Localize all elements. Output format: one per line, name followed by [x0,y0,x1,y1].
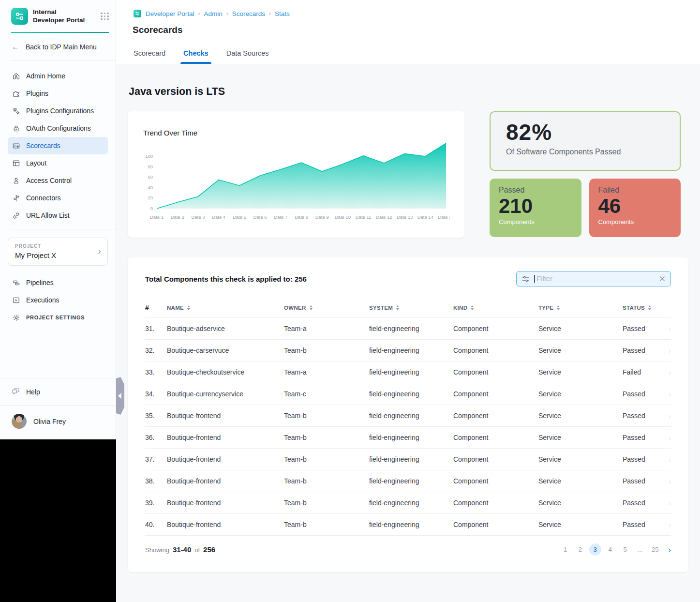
breadcrumb-link-scorecards[interactable]: Scorecards [232,10,265,17]
cell-system: field-engineering [369,325,453,332]
chevron-right-icon: › [664,412,671,420]
tab-scorecard[interactable]: Scorecard [134,49,165,64]
sidebar-item-scorecards[interactable]: Scorecards [8,137,108,154]
sidebar-item-plugins[interactable]: Plugins [8,85,108,102]
page-4[interactable]: 4 [604,543,616,556]
table-row[interactable]: 40.Boutique-frontendTeam-bfield-engineer… [145,513,671,536]
svg-text:60: 60 [148,174,153,180]
app-title: Internal Developer Portal [33,8,85,25]
sidebar-item-admin-home[interactable]: Admin Home [8,67,108,85]
cell-kind: Component [453,434,538,441]
filter-input[interactable] [537,275,655,283]
pipelines-icon [12,279,20,287]
sidebar-item-label: Scorecards [26,142,60,150]
user-name: Olivia Frey [33,418,66,425]
breadcrumb-separator: › [226,10,228,17]
table-row[interactable]: 39.Boutique-frontendTeam-bfield-engineer… [145,492,671,513]
trend-chart-card: Trend Over Time 100806040200Date 1Date 2… [128,111,464,238]
sidebar-item-url-allow-list[interactable]: URL Allow List [8,207,108,224]
sort-icon [648,305,651,310]
column-header-owner[interactable]: OWNER [284,305,369,311]
sidebar-collapse-handle[interactable] [116,377,124,415]
help-button[interactable]: Help [0,378,116,405]
passed-unit: Components [499,218,572,226]
column-header-hash[interactable]: # [145,304,167,312]
svg-text:Date 8: Date 8 [295,214,308,220]
chevron-right-icon: › [98,245,101,256]
sidebar-item-executions[interactable]: Executions [8,291,108,309]
page-25[interactable]: 25 [649,543,661,556]
sidebar-item-label: PROJECT SETTINGS [26,315,85,320]
admin-nav: Admin HomePluginsPlugins ConfigurationsO… [0,61,116,229]
close-icon[interactable] [659,275,666,282]
svg-text:Date 15: Date 15 [438,214,450,220]
sidebar-item-oauth-configurations[interactable]: OAuth Configurations [8,120,108,137]
back-label: Back to IDP Main Menu [26,43,97,51]
passed-value: 210 [499,195,572,218]
table-row[interactable]: 34.Boutique-currencyserviceTeam-cfield-e… [145,383,671,405]
sidebar-item-access-control[interactable]: Access Control [8,172,108,189]
table-row[interactable]: 37.Boutique-frontendTeam-bfield-engineer… [145,448,671,470]
sidebar-item-label: Admin Home [26,72,65,80]
cell-owner: Team-a [284,368,369,376]
table-row[interactable]: 38.Boutique-frontendTeam-bfield-engineer… [145,470,671,492]
page-2[interactable]: 2 [574,543,586,556]
breadcrumb-link-stats[interactable]: Stats [275,10,290,17]
cell-status: Failed [623,368,664,376]
svg-text:Date 11: Date 11 [356,214,372,220]
chart-title: Trend Over Time [143,129,450,137]
svg-text:100: 100 [145,153,153,159]
column-header-kind[interactable]: KIND [453,305,538,311]
cell-system: field-engineering [369,477,453,485]
cell-index: 39. [145,499,167,507]
table-row[interactable]: 33.Boutique-checkoutserviceTeam-afield-e… [145,361,671,383]
cell-kind: Component [453,325,538,332]
svg-text:Date 12: Date 12 [376,214,392,220]
page-1[interactable]: 1 [559,543,571,556]
link-icon [12,211,20,220]
column-header-system[interactable]: SYSTEM [369,305,453,311]
table-footer: Showing 31-40 of 256 12345...25› [145,543,671,556]
back-to-main-menu-button[interactable]: ← Back to IDP Main Menu [0,33,116,60]
table-row[interactable]: 36.Boutique-frontendTeam-bfield-engineer… [145,426,671,448]
cell-kind: Component [453,390,538,398]
breadcrumb-link-developer-portal[interactable]: Developer Portal [146,10,194,17]
cell-status: Passed [623,412,664,420]
table-row[interactable]: 35.Boutique-frontendTeam-bfield-engineer… [145,405,671,426]
filter-sliders-icon [521,275,530,283]
filter-box[interactable] [516,271,671,286]
breadcrumb-link-admin[interactable]: Admin [204,10,223,17]
page-5[interactable]: 5 [619,543,631,556]
cell-type: Service [538,325,623,332]
page-ellipsis: ... [634,543,646,556]
project-selector[interactable]: PROJECT My Project X › [8,238,108,266]
table-row[interactable]: 32.Boutique-carservuceTeam-bfield-engine… [145,339,671,361]
cell-owner: Team-b [284,346,369,354]
cell-system: field-engineering [369,412,453,420]
chevron-right-icon: › [664,521,671,529]
check-heading: Java version is LTS [129,86,688,98]
page-3[interactable]: 3 [589,543,601,556]
sidebar-item-connectors[interactable]: Connectors [8,189,108,207]
user-menu[interactable]: Olivia Frey [0,406,116,439]
next-page-button[interactable]: › [668,545,671,554]
sidebar-item-layout[interactable]: Layout [8,154,108,172]
sort-icon [396,305,399,310]
sidebar-item-plugins-configurations[interactable]: Plugins Configurations [8,102,108,120]
column-header-type[interactable]: TYPE [538,305,623,311]
sidebar-item-project-settings[interactable]: PROJECT SETTINGS [8,309,108,326]
column-header-name[interactable]: NAME [167,305,284,311]
column-header-status[interactable]: STATUS [623,305,664,311]
chevron-right-icon: › [664,455,671,464]
of-label: of [194,546,200,554]
components-table: #NAMEOWNERSYSTEMKINDTYPESTATUS 31.Boutiq… [145,298,671,536]
tab-checks[interactable]: Checks [183,49,209,64]
apps-grid-icon[interactable] [101,13,109,20]
cell-index: 33. [145,368,167,376]
plugins-icon [12,90,20,98]
sidebar-item-pipelines[interactable]: Pipelines [8,274,108,291]
tab-data-sources[interactable]: Data Sources [226,49,269,64]
svg-text:Date 4: Date 4 [212,214,225,220]
table-row[interactable]: 31.Boutique-adserviceTeam-afield-enginee… [145,317,671,339]
chevron-right-icon: › [664,477,671,485]
